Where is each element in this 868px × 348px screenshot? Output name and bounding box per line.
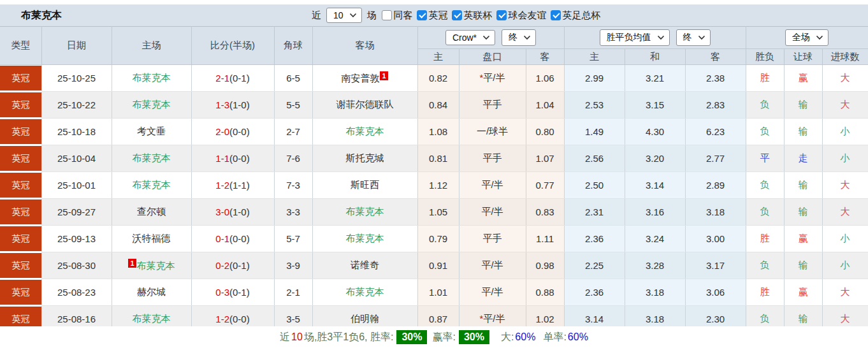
score-cell: 0-1(0-0) [191, 226, 274, 252]
half-time-score: (0-0) [229, 153, 250, 164]
home-team-name[interactable]: 布莱克本 [133, 152, 171, 163]
match-date: 25-08-30 [41, 252, 112, 279]
average-odds-select[interactable]: 胜平负均值 [600, 29, 670, 46]
table-row: 英冠 25-08-23 赫尔城 0-3(0-1) 2-1 布莱克本 1.01 平… [0, 279, 868, 306]
half-time-score: (0-0) [229, 126, 250, 137]
home-team-name[interactable]: 布莱克本 [133, 313, 171, 324]
checkbox-icon [496, 10, 507, 20]
summary-prefix: 近 [280, 331, 290, 344]
recent-label: 近 [312, 10, 321, 22]
away-team-name[interactable]: 布莱克本 [346, 233, 384, 243]
filter-checkbox-friendly[interactable]: 球会友谊 [496, 10, 547, 22]
avg-odds-home: 1.49 [564, 119, 625, 145]
home-team-name[interactable]: 赫尔城 [137, 286, 166, 297]
recent-count-select[interactable]: 10 [326, 8, 362, 23]
match-date: 25-10-18 [41, 119, 112, 145]
league-badge[interactable]: 英冠 [0, 280, 41, 305]
away-team-name[interactable]: 布莱克本 [346, 126, 384, 136]
result-group-header: 全场 [746, 27, 868, 49]
chevron-down-icon [698, 35, 705, 40]
avg-odds-home: 2.56 [564, 145, 625, 172]
away-team-name[interactable]: 伯明翰 [351, 313, 379, 324]
league-badge[interactable]: 英冠 [0, 92, 41, 117]
handicap-odds-home: 0.81 [417, 145, 459, 172]
table-row: 英冠 25-08-30 1布莱克本 0-2(0-1) 3-9 诺维奇 0.91 … [0, 252, 868, 279]
half-time-score: (0-0) [229, 314, 250, 324]
home-team-name[interactable]: 考文垂 [137, 126, 166, 136]
col-header-score: 比分(半场) [191, 27, 274, 65]
home-team-name[interactable]: 布莱克本 [133, 99, 171, 110]
checkbox-icon [382, 10, 392, 20]
away-team-name[interactable]: 布莱克本 [346, 206, 384, 217]
home-team-name[interactable]: 布莱克本 [133, 72, 171, 83]
league-badge[interactable]: 英冠 [0, 226, 41, 251]
avg-odds-home: 2.53 [564, 92, 625, 119]
avg-odds-home: 2.25 [564, 252, 625, 279]
goals-result: 小 [822, 226, 868, 252]
col-header-corners: 角球 [274, 27, 312, 65]
bookmaker-select[interactable]: Crow* [445, 30, 495, 45]
corners: 7-3 [274, 172, 312, 199]
handicap-result: 输 [784, 252, 822, 279]
league-badge[interactable]: 英冠 [0, 146, 41, 171]
avg-odds-away: 6.23 [685, 119, 746, 145]
avg-odds-away: 3.00 [685, 226, 746, 252]
handicap-odds-home: 0.84 [417, 92, 459, 119]
chevron-down-icon [657, 35, 665, 40]
avg-odds-away: 2.83 [685, 92, 746, 119]
win-lose-result: 负 [746, 119, 784, 145]
single-rate-value: 60% [568, 331, 588, 343]
handicap-odds-away: 1.04 [526, 92, 564, 119]
league-badge[interactable]: 英冠 [0, 253, 41, 278]
table-row: 英冠 25-10-22 布莱克本 1-3(1-0) 5-5 谢菲尔德联队 0.8… [0, 92, 868, 119]
league-badge[interactable]: 英冠 [0, 119, 41, 144]
full-time-score: 1-3 [215, 99, 229, 110]
handicap-odds-home: 0.79 [417, 226, 459, 252]
handicap-odds-home: 1.12 [417, 172, 459, 199]
handicap-odds-home: 0.91 [417, 252, 459, 279]
score-cell: 3-0(1-0) [191, 199, 274, 226]
score-cell: 2-1(0-1) [191, 65, 274, 92]
avg-odds-away: 2.38 [685, 65, 746, 92]
corners: 5-7 [274, 226, 312, 252]
odds-time-select[interactable]: 终 [502, 29, 536, 46]
home-team-name[interactable]: 查尔顿 [137, 206, 166, 217]
handicap-line: 平手 [459, 92, 526, 119]
average-time-select[interactable]: 终 [676, 29, 711, 46]
away-team-name[interactable]: 斯旺西 [351, 179, 379, 190]
away-team-name[interactable]: 南安普敦 [341, 73, 379, 83]
away-team-name[interactable]: 诺维奇 [351, 259, 379, 270]
away-team-name[interactable]: 斯托克城 [346, 152, 384, 163]
table-row: 英冠 25-09-13 沃特福德 0-1(0-0) 5-7 布莱克本 0.79 … [0, 226, 868, 252]
filter-checkbox-championship[interactable]: 英冠 [417, 10, 448, 22]
filter-controls: 近 10 场 同客 英冠 英联杯 球会友谊 [310, 4, 601, 26]
home-team-name[interactable]: 布莱克本 [137, 260, 175, 271]
league-badge[interactable]: 英冠 [0, 173, 41, 198]
avg-odds-draw: 3.24 [625, 226, 685, 252]
avg-odds-away: 3.06 [685, 279, 746, 306]
corners: 2-7 [274, 119, 312, 145]
topbar: 布莱克本 近 10 场 同客 英冠 英联杯 球会友谊 [0, 4, 868, 26]
league-badge[interactable]: 英冠 [0, 199, 41, 224]
filter-checkbox-league-cup[interactable]: 英联杯 [452, 10, 493, 22]
filter-checkbox-fa-cup[interactable]: 英足总杯 [551, 10, 601, 22]
chevron-down-icon [523, 35, 531, 40]
goals-result: 小 [822, 145, 868, 172]
away-team-name[interactable]: 布莱克本 [346, 286, 384, 297]
handicap-line: 平手 [459, 145, 526, 172]
handicap-odds-away: 0.77 [526, 172, 564, 199]
handicap-result: 输 [784, 172, 822, 199]
full-time-score: 3-0 [215, 207, 229, 217]
table-row: 英冠 25-10-01 布莱克本 1-2(1-1) 7-3 斯旺西 1.12 平… [0, 172, 868, 199]
subcol-win-lose: 胜负 [746, 49, 784, 65]
period-select[interactable]: 全场 [785, 29, 828, 46]
match-rows: 英冠 25-10-25 布莱克本 2-1(0-1) 6-5 南安普敦1 0.82… [0, 65, 868, 333]
home-team-name[interactable]: 布莱克本 [133, 179, 171, 190]
win-lose-result: 胜 [746, 65, 784, 92]
league-badge[interactable]: 英冠 [0, 66, 41, 91]
goals-result: 大 [822, 65, 868, 92]
avg-odds-draw: 3.14 [625, 172, 685, 199]
home-team-name[interactable]: 沃特福德 [133, 233, 171, 243]
filter-checkbox-same-away[interactable]: 同客 [382, 10, 413, 22]
away-team-name[interactable]: 谢菲尔德联队 [336, 99, 394, 110]
